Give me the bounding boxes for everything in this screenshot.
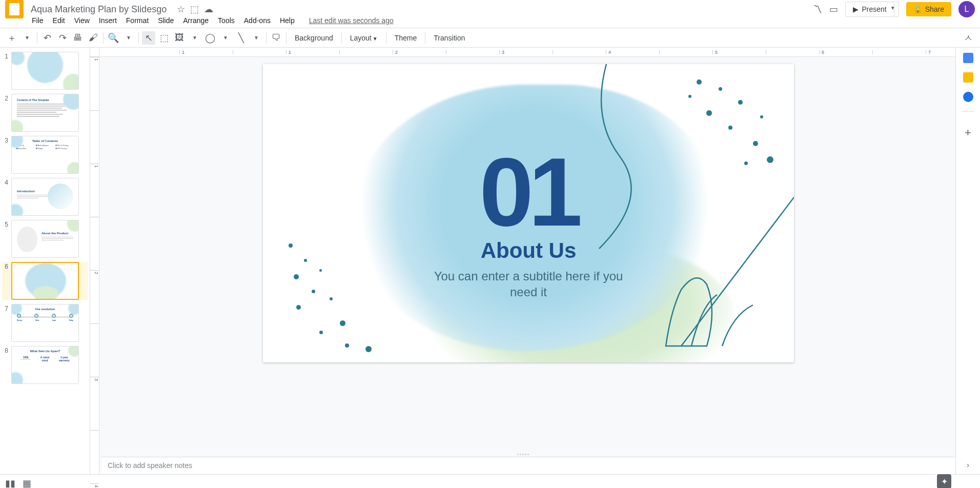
account-avatar[interactable]: L: [958, 1, 975, 17]
slide-viewport[interactable]: 01 About Us You can enter a subtitle her…: [101, 59, 955, 454]
slide-number: 2: [2, 94, 11, 102]
activity-icon[interactable]: 〽: [813, 4, 822, 15]
undo-button[interactable]: ↶: [40, 31, 54, 45]
tasks-icon[interactable]: [963, 92, 973, 102]
sidepanel-collapse-icon[interactable]: ›: [967, 461, 969, 469]
cloud-status-icon[interactable]: ☁: [204, 4, 213, 15]
section-subtitle[interactable]: You can enter a subtitle here if youneed…: [263, 268, 794, 300]
slides-logo-icon: [5, 0, 24, 18]
share-label: Share: [925, 5, 944, 13]
slide-thumbnail[interactable]: 2 Contents of This Template: [2, 94, 88, 132]
shape-dropdown-icon[interactable]: ▼: [219, 31, 232, 45]
section-number[interactable]: 01: [263, 136, 794, 248]
workspace: 1 Aqua Marketing Plan 2 Contents of This…: [0, 48, 980, 474]
shape-tool[interactable]: ◯: [203, 31, 217, 45]
slide-number: 4: [2, 178, 11, 186]
layout-button[interactable]: Layout▼: [345, 34, 383, 42]
present-dropdown-icon[interactable]: ▼: [887, 2, 899, 17]
calendar-icon[interactable]: [963, 53, 973, 63]
star-icon[interactable]: ☆: [177, 4, 185, 15]
textbox-tool[interactable]: ⬚: [157, 31, 171, 45]
slide-thumbnail[interactable]: 8 What Sets Us Apart? 100k A robotmind 1…: [2, 346, 88, 384]
image-tool[interactable]: 🖼: [173, 31, 186, 45]
vertical-ruler[interactable]: 112345: [90, 57, 99, 474]
menu-addons[interactable]: Add-ons: [244, 16, 271, 25]
slide-thumbnail[interactable]: 5 About the Product: [2, 220, 88, 258]
slide-number: 6: [2, 262, 11, 270]
decoration-dot: [365, 346, 372, 352]
menu-file[interactable]: File: [32, 16, 44, 25]
filmstrip[interactable]: 1 Aqua Marketing Plan 2 Contents of This…: [0, 48, 90, 474]
slide-thumbnail[interactable]: 7 Our evolution HistoryValueLogoToday: [2, 304, 88, 342]
keep-icon[interactable]: [963, 72, 973, 83]
toolbar-collapse-icon[interactable]: ㅅ: [962, 31, 975, 45]
last-edit-link[interactable]: Last edit was seconds ago: [309, 16, 394, 25]
redo-button[interactable]: ↷: [56, 31, 69, 45]
new-slide-button[interactable]: ＋: [5, 31, 18, 45]
slide-number: 3: [2, 136, 11, 144]
ruler-corner: [90, 48, 99, 57]
theme-button[interactable]: Theme: [390, 34, 422, 42]
grid-view-icon[interactable]: ▦: [23, 478, 31, 489]
decoration-dot: [319, 331, 323, 334]
slide-number: 7: [2, 304, 11, 312]
decoration-dot: [340, 320, 345, 326]
background-button[interactable]: Background: [290, 34, 338, 42]
view-bar: ▮▮ ▦ ✦: [0, 474, 980, 488]
slide-number: 1: [2, 52, 11, 60]
decoration-dot: [296, 305, 301, 310]
line-dropdown-icon[interactable]: ▼: [250, 31, 263, 45]
menu-edit[interactable]: Edit: [53, 16, 65, 25]
slide-thumbnail[interactable]: 1 Aqua Marketing Plan: [2, 52, 88, 90]
slide-number: 5: [2, 220, 11, 228]
speaker-notes[interactable]: Click to add speaker notes: [101, 457, 955, 474]
new-slide-dropdown-icon[interactable]: ▼: [21, 31, 34, 45]
slide-canvas[interactable]: 01 About Us You can enter a subtitle her…: [263, 64, 794, 362]
present-label: Present: [862, 5, 886, 13]
filmstrip-view-icon[interactable]: ▮▮: [5, 478, 15, 489]
lock-icon: 🔒: [913, 5, 922, 13]
menu-tools[interactable]: Tools: [218, 16, 235, 25]
canvas-area: 1123456789 112345: [90, 48, 955, 474]
comment-button[interactable]: 🗨: [270, 31, 283, 45]
section-title[interactable]: About Us: [263, 238, 794, 263]
menu-format[interactable]: Format: [126, 16, 149, 25]
image-dropdown-icon[interactable]: ▼: [188, 31, 201, 45]
decoration-dot: [345, 343, 349, 348]
menu-slide[interactable]: Slide: [158, 16, 174, 25]
zoom-button[interactable]: 🔍: [107, 31, 120, 45]
menu-insert[interactable]: Insert: [99, 16, 117, 25]
slide-number: 8: [2, 346, 11, 354]
paint-format-button[interactable]: 🖌: [87, 31, 100, 45]
side-panel: + ›: [955, 48, 980, 474]
select-tool[interactable]: ↖: [142, 31, 155, 45]
share-button[interactable]: 🔒 Share: [906, 2, 951, 16]
move-icon[interactable]: ⬚: [190, 4, 199, 15]
slide-thumbnail[interactable]: 3 Table of Contents 01 About Us 02 Marke…: [2, 136, 88, 174]
menu-help[interactable]: Help: [280, 16, 295, 25]
print-button[interactable]: 🖶: [71, 31, 85, 45]
document-title[interactable]: Aqua Marketing Plan by Slidesgo: [31, 4, 167, 15]
slide-thumbnail[interactable]: 4 Introduction: [2, 178, 88, 216]
line-tool[interactable]: ╲: [234, 31, 248, 45]
toolbar: ＋ ▼ ↶ ↷ 🖶 🖌 🔍 ▼ ↖ ⬚ 🖼 ▼ ◯ ▼ ╲ ▼ 🗨 Backgr…: [0, 28, 980, 48]
transition-button[interactable]: Transition: [428, 34, 470, 42]
menu-arrange[interactable]: Arrange: [183, 16, 209, 25]
comments-icon[interactable]: ▭: [829, 4, 838, 15]
zoom-dropdown-icon[interactable]: ▼: [122, 31, 135, 45]
slide-thumbnail[interactable]: 6 01 About Us You can enter a subtitle h…: [2, 262, 88, 300]
menu-view[interactable]: View: [74, 16, 90, 25]
explore-button[interactable]: ✦: [937, 474, 951, 488]
horizontal-ruler[interactable]: 1123456789: [99, 48, 955, 57]
addons-plus-icon[interactable]: +: [965, 126, 971, 139]
title-bar: Aqua Marketing Plan by Slidesgo ☆ ⬚ ☁ 〽 …: [0, 0, 980, 14]
present-icon: ▶: [853, 5, 859, 13]
